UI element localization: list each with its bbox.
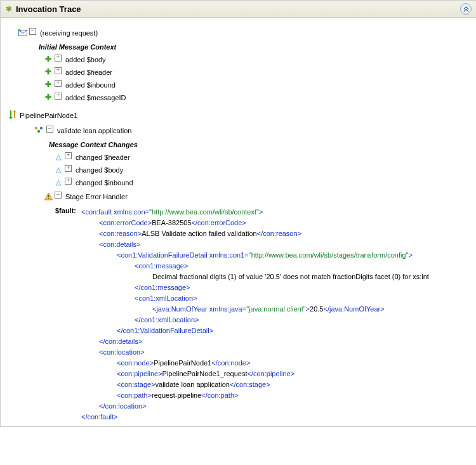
- expand-toggle[interactable]: +: [55, 93, 62, 100]
- warning-icon: [44, 192, 53, 200]
- changed-item[interactable]: △ + changed $body: [8, 164, 469, 176]
- expand-toggle[interactable]: +: [65, 178, 72, 185]
- delta-icon: △: [54, 165, 63, 174]
- collapse-toggle[interactable]: −: [46, 126, 53, 133]
- plus-icon: ✚: [44, 93, 53, 102]
- root-label: (receiving request): [40, 28, 98, 38]
- stage-node[interactable]: − validate loan application: [8, 122, 469, 137]
- expand-toggle[interactable]: +: [65, 165, 72, 172]
- plus-icon: ✚: [44, 67, 53, 76]
- expand-toggle[interactable]: +: [65, 152, 72, 159]
- item-label: added $inbound: [65, 80, 116, 90]
- item-label: added $body: [65, 55, 106, 65]
- plus-icon: ✚: [44, 80, 53, 89]
- svg-point-3: [37, 130, 40, 133]
- item-label: changed $body: [76, 165, 123, 175]
- pipeline-icon: [8, 110, 17, 119]
- svg-rect-4: [48, 195, 48, 197]
- svg-point-2: [40, 127, 43, 129]
- invocation-trace-panel: ❃ Invocation Trace − (receiving request)…: [0, 0, 476, 427]
- svg-point-1: [35, 127, 37, 129]
- initial-context-heading: Initial Message Context: [8, 39, 469, 53]
- stage-icon: [34, 126, 44, 133]
- collapse-toggle[interactable]: −: [55, 192, 62, 199]
- panel-titlebar: ❃ Invocation Trace: [1, 1, 476, 18]
- item-label: changed $inbound: [76, 178, 133, 188]
- pipeline-label: PipelinePairNode1: [20, 110, 77, 121]
- added-item[interactable]: ✚ + added $header: [8, 66, 469, 79]
- added-item[interactable]: ✚ + added $messageID: [8, 91, 469, 104]
- fault-label: $fault:: [44, 207, 81, 422]
- expand-toggle[interactable]: +: [55, 80, 62, 87]
- svg-rect-5: [48, 198, 48, 199]
- changes-heading: Message Context Changes: [8, 137, 469, 151]
- error-handler-node[interactable]: − Stage Error Handler: [8, 189, 469, 203]
- added-item[interactable]: ✚ + added $inbound: [8, 79, 469, 91]
- chevron-up-double-icon: [463, 6, 469, 12]
- expand-toggle[interactable]: +: [55, 55, 62, 62]
- panel-title: Invocation Trace: [16, 4, 460, 14]
- item-label: added $messageID: [65, 93, 126, 103]
- root-node[interactable]: − (receiving request): [8, 27, 469, 39]
- added-item[interactable]: ✚ + added $body: [8, 53, 469, 66]
- plus-icon: ✚: [44, 55, 53, 63]
- stage-label: validate loan application: [57, 126, 131, 136]
- fault-xml: <con:fault xmlns:con="http://www.bea.com…: [81, 207, 429, 422]
- fault-block: $fault: <con:fault xmlns:con="http://www…: [8, 203, 469, 422]
- expand-toggle[interactable]: +: [55, 67, 62, 74]
- changed-item[interactable]: △ + changed $inbound: [8, 176, 469, 189]
- item-label: changed $header: [76, 152, 130, 162]
- delta-icon: △: [54, 152, 63, 161]
- item-label: added $header: [65, 67, 112, 77]
- delta-icon: △: [54, 178, 63, 187]
- error-handler-label: Stage Error Handler: [65, 192, 128, 202]
- collapse-button[interactable]: [460, 3, 472, 15]
- collapse-toggle[interactable]: −: [29, 28, 36, 35]
- gear-icon: ❃: [6, 4, 12, 13]
- changed-item[interactable]: △ + changed $header: [8, 151, 469, 164]
- envelope-icon: [18, 28, 27, 37]
- pipeline-node[interactable]: PipelinePairNode1: [8, 104, 469, 122]
